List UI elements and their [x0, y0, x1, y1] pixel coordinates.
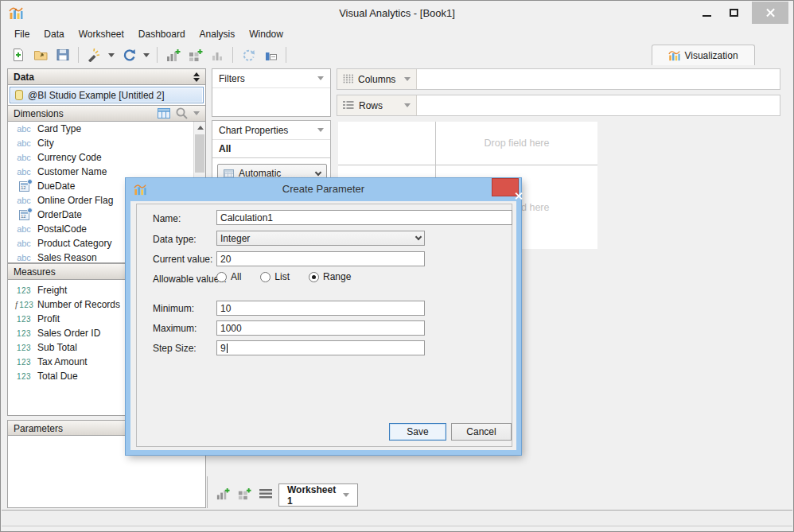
sheet-tab-bar: Worksheet 1	[207, 476, 792, 508]
save-button[interactable]: Save	[389, 423, 446, 441]
radio-option-label: All	[231, 271, 241, 282]
rotate-button[interactable]	[239, 46, 258, 64]
new-worksheet-button[interactable]	[163, 46, 182, 64]
tab-visualization[interactable]: Visualization	[652, 45, 755, 65]
drop-field-hint[interactable]: Drop field here	[436, 122, 597, 165]
scrollbar-thumb[interactable]	[195, 134, 204, 173]
open-button[interactable]	[31, 46, 50, 64]
allowable-values-label: Allowable values:	[153, 274, 227, 285]
radio-option[interactable]: List	[260, 271, 290, 282]
chart-properties-dropdown-arrow[interactable]	[317, 128, 324, 132]
data-source-dropdown-arrow[interactable]	[108, 53, 115, 57]
columns-shelf: Columns	[337, 68, 780, 90]
menu-item[interactable]: Window	[242, 25, 290, 44]
search-icon[interactable]	[175, 107, 189, 120]
new-dashboard-button[interactable]	[185, 46, 204, 64]
minimum-input[interactable]: 10	[216, 301, 425, 316]
create-parameter-dialog: Create Parameter Name: Calculation1 Data…	[126, 178, 521, 455]
visualization-tab-label: Visualization	[684, 50, 738, 61]
dimension-item[interactable]: Customer Name	[8, 165, 205, 179]
radio-button-icon	[216, 272, 227, 282]
columns-drop-zone[interactable]	[417, 69, 780, 89]
name-label: Name:	[153, 213, 181, 224]
sort-icon[interactable]	[193, 72, 200, 82]
menu-item[interactable]: File	[7, 25, 37, 44]
show-labels-button[interactable]	[261, 46, 280, 64]
field-type-icon	[14, 196, 33, 205]
save-button[interactable]	[53, 46, 72, 64]
rows-drop-zone[interactable]	[417, 95, 780, 115]
data-source-button[interactable]	[84, 46, 103, 64]
toolbar-separator	[286, 47, 286, 63]
worksheet-tab[interactable]: Worksheet 1	[278, 483, 358, 507]
new-document-button[interactable]	[9, 46, 28, 64]
open-folder-icon	[33, 48, 48, 62]
field-type-icon	[14, 224, 33, 234]
radio-option[interactable]: All	[216, 271, 241, 282]
dimension-item[interactable]: Currency Code	[8, 150, 205, 165]
radio-button-icon	[309, 272, 319, 282]
step-size-input[interactable]: 9	[216, 340, 425, 355]
field-type-icon	[14, 286, 33, 295]
cancel-button[interactable]: Cancel	[451, 423, 512, 441]
refresh-button[interactable]	[119, 46, 138, 64]
toolbar-separator	[157, 47, 158, 63]
menu-item[interactable]: Analysis	[193, 25, 243, 44]
dimension-label: City	[37, 138, 54, 149]
measure-label: Total Due	[37, 371, 78, 382]
field-type-icon	[14, 153, 33, 162]
text-cursor	[227, 344, 228, 353]
step-size-label: Step Size:	[153, 343, 197, 354]
allowable-values-radio-group: All List Range	[216, 271, 351, 282]
table-view-icon[interactable]	[158, 108, 170, 118]
filters-header: Filters	[212, 69, 330, 88]
field-type-icon	[14, 372, 33, 381]
database-icon	[15, 90, 23, 100]
dimension-item[interactable]: City	[8, 136, 205, 150]
new-dashboard-icon[interactable]	[237, 487, 251, 501]
rows-dropdown-arrow[interactable]	[404, 103, 411, 107]
filters-dropdown-arrow[interactable]	[317, 76, 324, 80]
rows-shelf: Rows	[337, 95, 780, 116]
radio-option[interactable]: Range	[309, 271, 351, 282]
dimension-label: Online Order Flag	[37, 195, 113, 206]
sheet-list-icon[interactable]	[259, 488, 273, 499]
clear-sheet-button[interactable]	[208, 46, 227, 64]
name-input[interactable]: Calculation1	[216, 210, 512, 225]
scroll-up-icon[interactable]	[194, 122, 206, 134]
minimize-button[interactable]	[695, 2, 718, 23]
columns-dropdown-arrow[interactable]	[404, 77, 411, 81]
menu-item[interactable]: Dashboard	[131, 25, 193, 44]
field-type-icon	[14, 253, 33, 262]
filters-panel: Filters	[212, 68, 331, 117]
search-dropdown-arrow[interactable]	[193, 111, 200, 115]
dimension-item[interactable]: Card Type	[8, 122, 205, 136]
refresh-dropdown-arrow[interactable]	[143, 53, 150, 57]
dialog-close-icon	[514, 192, 523, 200]
field-type-icon	[14, 358, 33, 367]
data-type-select[interactable]: Integer	[216, 231, 425, 246]
columns-shelf-label[interactable]: Columns	[337, 69, 417, 89]
columns-label: Columns	[358, 74, 399, 85]
dimensions-section-header: Dimensions	[7, 105, 206, 122]
close-icon	[765, 8, 776, 18]
menu-item[interactable]: Data	[37, 25, 71, 44]
rows-shelf-label[interactable]: Rows	[337, 95, 417, 115]
menu-item[interactable]: Worksheet	[72, 25, 131, 44]
new-worksheet-icon[interactable]	[216, 487, 230, 501]
measure-label: Sales Order ID	[37, 328, 100, 339]
worksheet-tab-dropdown-arrow[interactable]	[343, 493, 349, 497]
dialog-close-button[interactable]	[492, 178, 519, 196]
field-type-icon	[14, 344, 33, 352]
dialog-title: Create Parameter	[126, 183, 521, 195]
rotate-icon	[241, 48, 256, 63]
chevron-down-icon	[415, 234, 422, 240]
maximize-button[interactable]	[722, 2, 745, 23]
rows-label: Rows	[359, 100, 399, 111]
data-source-wand-icon	[87, 48, 101, 62]
data-source-item[interactable]: @BI Studio Example [Untitled 2]	[10, 87, 204, 103]
close-button[interactable]	[752, 2, 788, 24]
current-value-input[interactable]: 20	[216, 251, 425, 266]
maximum-input[interactable]: 1000	[216, 320, 425, 336]
maximize-icon	[730, 9, 738, 17]
